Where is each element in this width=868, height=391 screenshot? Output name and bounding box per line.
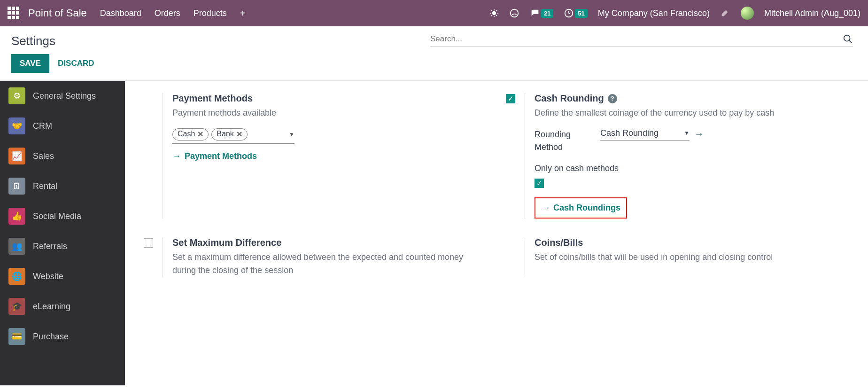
svg-point-3: [844, 35, 850, 41]
nav-products[interactable]: Products: [194, 8, 227, 18]
close-icon[interactable]: ✕: [197, 130, 203, 139]
sidebar-item-general[interactable]: ⚙General Settings: [0, 81, 125, 111]
topbar: Point of Sale Dashboard Orders Products …: [0, 0, 868, 26]
arrow-right-icon: [541, 203, 550, 213]
help-icon[interactable]: ?: [608, 94, 617, 103]
sidebar-item-rental[interactable]: 🗓Rental: [0, 171, 125, 201]
top-nav: Dashboard Orders Products: [100, 8, 227, 18]
sidebar-item-elearning[interactable]: 🎓eLearning: [0, 291, 125, 321]
discard-button[interactable]: DISCARD: [58, 59, 94, 68]
cash-rounding-checkbox[interactable]: ✓: [506, 94, 515, 103]
sidebar-item-label: eLearning: [33, 302, 70, 312]
sidebar-item-sales[interactable]: 📈Sales: [0, 141, 125, 171]
chevron-down-icon[interactable]: ▼: [684, 130, 690, 136]
setting-coins-bills: Coins/Bills Set of coins/bills that will…: [506, 237, 849, 277]
sidebar-item-crm[interactable]: 🤝CRM: [0, 111, 125, 141]
chevron-down-icon[interactable]: ▼: [289, 131, 294, 138]
sidebar-item-social[interactable]: 👍Social Media: [0, 201, 125, 231]
close-icon[interactable]: ✕: [236, 130, 242, 139]
content: ⚙General Settings 🤝CRM 📈Sales 🗓Rental 👍S…: [0, 81, 868, 385]
setting-max-difference: Set Maximum Difference Set a maximum dif…: [144, 237, 487, 277]
rounding-method-label: Rounding Method: [535, 128, 586, 154]
support-icon[interactable]: [509, 8, 519, 18]
only-cash-label: Only on cash methods: [535, 162, 619, 175]
payment-methods-link[interactable]: Payment Methods: [172, 151, 257, 161]
setting-desc: Define the smallest coinage of the curre…: [535, 107, 849, 120]
messages-badge: 21: [541, 9, 553, 18]
sidebar-item-label: Sales: [33, 151, 54, 161]
sidebar-item-label: General Settings: [33, 91, 96, 101]
tag-cash[interactable]: Cash ✕: [172, 128, 209, 141]
activities-icon[interactable]: 51: [564, 8, 587, 18]
activities-badge: 51: [575, 9, 587, 18]
setting-title: Set Maximum Difference: [172, 237, 487, 248]
sidebar-item-label: Purchase: [33, 332, 69, 342]
subheader: Settings: [0, 26, 868, 48]
save-button[interactable]: SAVE: [11, 54, 49, 73]
svg-point-0: [492, 11, 496, 15]
username[interactable]: Mitchell Admin (Aug_001): [764, 8, 860, 18]
sidebar-item-label: CRM: [33, 121, 52, 131]
setting-payment-methods: Payment Methods Payment methods availabl…: [144, 93, 487, 219]
tools-icon[interactable]: [720, 8, 730, 18]
plus-icon[interactable]: +: [240, 8, 246, 19]
setting-title: Cash Rounding?: [535, 93, 849, 104]
topbar-right: 21 51 My Company (San Francisco) Mitchel…: [489, 7, 860, 20]
only-cash-checkbox[interactable]: ✓: [535, 179, 544, 188]
sidebar-item-label: Rental: [33, 181, 57, 191]
max-difference-checkbox[interactable]: [144, 238, 153, 248]
rounding-method-select[interactable]: Cash Rounding ▼: [600, 128, 690, 141]
external-link-icon[interactable]: →: [694, 129, 704, 140]
sidebar-item-purchase[interactable]: 💳Purchase: [0, 321, 125, 352]
arrow-right-icon: [172, 151, 181, 161]
apps-icon[interactable]: [8, 7, 21, 20]
settings-sidebar: ⚙General Settings 🤝CRM 📈Sales 🗓Rental 👍S…: [0, 81, 125, 385]
setting-title: Coins/Bills: [535, 237, 849, 248]
setting-desc: Set of coins/bills that will be used in …: [535, 251, 849, 264]
search-wrap[interactable]: [430, 34, 853, 47]
payment-methods-tags[interactable]: Cash ✕ Bank ✕ ▼: [172, 128, 294, 144]
search-icon[interactable]: [843, 34, 853, 44]
svg-point-1: [511, 9, 519, 17]
action-bar: SAVE DISCARD: [0, 48, 868, 81]
search-input[interactable]: [430, 34, 843, 44]
messages-icon[interactable]: 21: [530, 8, 553, 18]
sidebar-item-label: Referrals: [33, 242, 67, 251]
setting-cash-rounding: ✓ Cash Rounding? Define the smallest coi…: [506, 93, 849, 219]
main-panel: Payment Methods Payment methods availabl…: [125, 81, 868, 385]
sidebar-item-label: Website: [33, 272, 63, 282]
cash-roundings-link[interactable]: Cash Roundings: [541, 203, 620, 213]
setting-title: Payment Methods: [172, 93, 487, 104]
tag-bank[interactable]: Bank ✕: [211, 128, 247, 141]
nav-orders[interactable]: Orders: [155, 8, 180, 18]
brand[interactable]: Point of Sale: [28, 7, 87, 19]
nav-dashboard[interactable]: Dashboard: [100, 8, 141, 18]
bug-icon[interactable]: [489, 8, 499, 18]
company-selector[interactable]: My Company (San Francisco): [598, 8, 710, 18]
sidebar-item-label: Social Media: [33, 211, 81, 221]
setting-desc: Set a maximum difference allowed between…: [172, 251, 487, 277]
page-title: Settings: [11, 34, 55, 48]
highlighted-area: Cash Roundings: [535, 197, 627, 219]
setting-desc: Payment methods available: [172, 107, 487, 120]
sidebar-item-website[interactable]: 🌐Website: [0, 261, 125, 291]
sidebar-item-referrals[interactable]: 👥Referrals: [0, 231, 125, 261]
avatar[interactable]: [741, 7, 754, 20]
